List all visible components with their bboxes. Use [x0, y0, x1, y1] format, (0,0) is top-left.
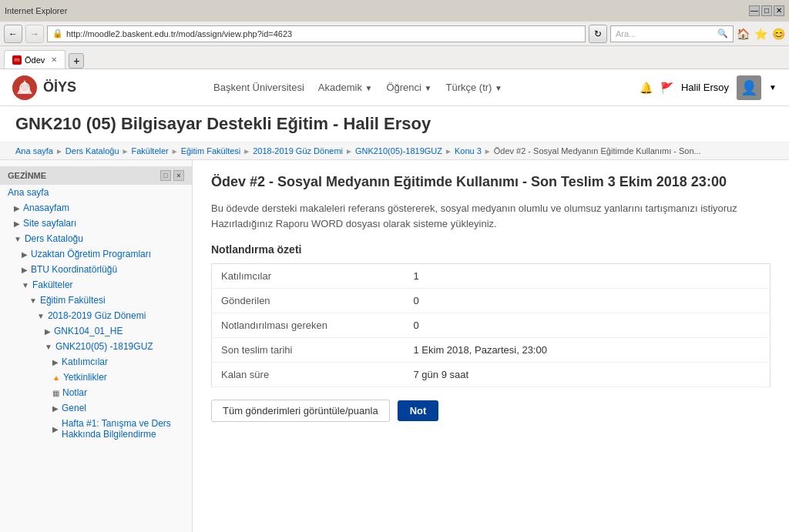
maximize-button[interactable]: □	[761, 5, 772, 16]
user-name[interactable]: Halil Ersoy	[681, 82, 729, 93]
settings-icon[interactable]: 😊	[772, 28, 785, 40]
breadcrumb-sep-2: ►	[171, 147, 179, 156]
avatar[interactable]: 👤	[737, 75, 761, 100]
content-area: GEZİNME □ × Ana sayfa ▶ Anasayfam ▶ Site…	[0, 160, 789, 532]
sidebar-item-gnk210[interactable]: ▼ GNK210(05) -1819GUZ	[0, 339, 192, 354]
site-logo: ÖİYS	[12, 75, 76, 100]
breadcrumb: Ana sayfa ► Ders Kataloğu ► Fakülteler ►…	[0, 142, 789, 160]
akademik-dropdown-arrow: ▼	[365, 84, 373, 92]
sidebar-link-text: Uzaktan Öğretim Programları	[31, 249, 151, 259]
sidebar-header: GEZİNME □ ×	[0, 166, 192, 185]
nav-icons: 🏠 ⭐ 😊	[737, 28, 785, 40]
sidebar-collapse-button[interactable]: □	[160, 170, 171, 181]
sidebar-link-text: Genel	[62, 403, 86, 413]
tab-favicon: m	[12, 55, 22, 65]
table-row: Katılımcılar 1	[212, 264, 771, 289]
table-cell-value-4: 7 gün 9 saat	[405, 363, 771, 387]
logo-icon	[12, 75, 37, 100]
site-header: ÖİYS Başkent Üniversitesi Akademik ▼ Öğr…	[0, 69, 789, 106]
not-button[interactable]: Not	[398, 400, 439, 421]
sidebar-tree-icon-5: ▼	[22, 281, 29, 289]
home-icon[interactable]: 🏠	[737, 28, 750, 40]
assignment-title: Ödev #2 - Sosyal Medyanın Eğitimde Kulla…	[211, 172, 771, 192]
nav-universite[interactable]: Başkent Üniversitesi	[213, 82, 304, 93]
sidebar-link-text: Site sayfaları	[23, 218, 76, 229]
page-title-bar: GNK210 (05) Bilgisayar Destekli Eğitim -…	[0, 106, 789, 142]
refresh-button[interactable]: ↻	[589, 25, 607, 43]
page-title: GNK210 (05) Bilgisayar Destekli Eğitim -…	[15, 114, 774, 134]
grading-table: Katılımcılar 1 Gönderilen 0 Notlandırılm…	[211, 263, 771, 387]
nav-ogrenci[interactable]: Öğrenci ▼	[386, 82, 431, 93]
breadcrumb-item-3[interactable]: Eğitim Fakültesi	[181, 146, 241, 156]
notification-icon[interactable]: 🔔	[640, 82, 653, 94]
sidebar-item-btu[interactable]: ▶ BTU Koordinatörlüğü	[0, 262, 192, 277]
breadcrumb-item-5[interactable]: GNK210(05)-1819GUZ	[355, 146, 442, 156]
sidebar-item-katilimcilar[interactable]: ▶ Katılımcılar	[0, 354, 192, 370]
sidebar-tree-icon-10: ▶	[52, 358, 59, 366]
sidebar-item-ana-sayfa[interactable]: Ana sayfa	[0, 185, 192, 200]
sidebar-item-fakulteler[interactable]: ▼ Fakülteler	[0, 277, 192, 293]
nav-language[interactable]: Türkçe (tr) ▼	[445, 82, 502, 93]
breadcrumb-sep-5: ►	[445, 147, 452, 156]
sidebar-item-genel[interactable]: ▶ Genel	[0, 400, 192, 416]
breadcrumb-item-2[interactable]: Fakülteler	[131, 146, 168, 156]
breadcrumb-sep-0: ►	[55, 147, 63, 156]
sidebar-tree-icon-4: ▶	[22, 266, 28, 274]
sidebar-minimize-button[interactable]: ×	[173, 170, 184, 181]
breadcrumb-item-6[interactable]: Konu 3	[455, 146, 482, 156]
breadcrumb-item-1[interactable]: Ders Kataloğu	[65, 146, 119, 156]
table-row: Gönderilen 0	[212, 289, 771, 313]
minimize-button[interactable]: —	[749, 5, 760, 16]
breadcrumb-sep-1: ►	[122, 147, 129, 156]
tab-bar: m Ödev ✕ +	[0, 46, 789, 69]
table-cell-label-0: Katılımcılar	[212, 264, 405, 289]
sidebar-link-text: Hafta #1: Tanışma ve Ders Hakkında Bilgi…	[62, 418, 184, 440]
sidebar-tree-icon-2: ▼	[14, 235, 22, 243]
favorites-icon[interactable]: ⭐	[754, 28, 767, 40]
sidebar-item-guz-donemi[interactable]: ▼ 2018-2019 Güz Dönemi	[0, 308, 192, 323]
sidebar-item-gnk104[interactable]: ▶ GNK104_01_HE	[0, 323, 192, 339]
sidebar-item-yetkinlikler[interactable]: ▲ Yetkinlikler	[0, 370, 192, 385]
sidebar-item-hafta1[interactable]: ▶ Hafta #1: Tanışma ve Ders Hakkında Bil…	[0, 416, 192, 442]
table-row: Kalan süre 7 gün 9 saat	[212, 363, 771, 387]
search-bar[interactable]: Ara... 🔍	[610, 25, 734, 42]
sidebar-item-uzaktan[interactable]: ▶ Uzaktan Öğretim Programları	[0, 246, 192, 262]
user-dropdown-arrow[interactable]: ▼	[769, 83, 777, 92]
sidebar-link-text: Yetkinlikler	[63, 372, 107, 383]
sidebar-link-text: Notlar	[62, 387, 87, 398]
close-button[interactable]: ✕	[774, 5, 784, 16]
new-tab-button[interactable]: +	[69, 53, 84, 69]
sidebar-tree-icon-11: ▲	[52, 373, 60, 382]
table-cell-value-1: 0	[405, 289, 771, 313]
sidebar-item-ders-katalogu[interactable]: ▼ Ders Kataloğu	[0, 231, 192, 246]
sidebar-link-text: Ana sayfa	[8, 187, 49, 198]
forward-button[interactable]: →	[25, 25, 44, 43]
site-nav-right: 🔔 🚩 Halil Ersoy 👤 ▼	[640, 75, 777, 100]
title-bar-left: Internet Explorer	[5, 6, 67, 15]
page-wrapper: GNK210 (05) Bilgisayar Destekli Eğitim -…	[0, 106, 789, 532]
sidebar: GEZİNME □ × Ana sayfa ▶ Anasayfam ▶ Site…	[0, 160, 193, 532]
sidebar-link-text: BTU Koordinatörlüğü	[31, 264, 117, 275]
sidebar-tree-icon-3: ▶	[22, 250, 28, 259]
browser-title: Internet Explorer	[5, 6, 67, 15]
breadcrumb-item-7: Ödev #2 - Sosyal Medyanın Eğitimde Kulla…	[494, 146, 701, 156]
sidebar-item-egitim-fakultesi[interactable]: ▼ Eğitim Fakültesi	[0, 293, 192, 308]
ogrenci-dropdown-arrow: ▼	[425, 84, 432, 92]
address-bar[interactable]: 🔒 http://moodle2.baskent.edu.tr/mod/assi…	[47, 25, 586, 42]
sidebar-item-notlar[interactable]: ▦ Notlar	[0, 385, 192, 400]
sidebar-item-site-sayfalari[interactable]: ▶ Site sayfaları	[0, 216, 192, 231]
browser-tab[interactable]: m Ödev ✕	[4, 50, 65, 69]
sidebar-tree-icon-0: ▶	[14, 204, 20, 212]
table-row: Notlandırılması gereken 0	[212, 313, 771, 338]
tab-close-button[interactable]: ✕	[51, 55, 57, 64]
nav-akademik[interactable]: Akademik ▼	[318, 82, 373, 93]
breadcrumb-item-0[interactable]: Ana sayfa	[15, 146, 53, 156]
language-dropdown-arrow: ▼	[495, 84, 502, 92]
back-button[interactable]: ←	[4, 25, 22, 43]
breadcrumb-item-4[interactable]: 2018-2019 Güz Dönemi	[253, 146, 343, 156]
site-logo-text: ÖİYS	[43, 79, 76, 95]
sidebar-item-anasayfam[interactable]: ▶ Anasayfam	[0, 200, 192, 216]
message-icon[interactable]: 🚩	[660, 82, 673, 94]
sidebar-tree-icon-1: ▶	[14, 219, 20, 228]
view-submissions-button[interactable]: Tüm gönderimleri görüntüle/puanla	[211, 400, 390, 422]
